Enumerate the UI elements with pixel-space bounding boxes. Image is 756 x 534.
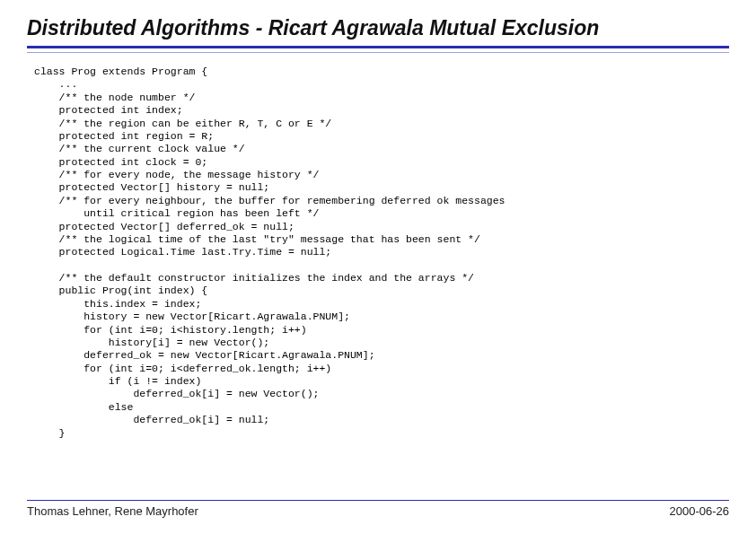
title-rule-thin	[27, 52, 729, 53]
slide-title: Distributed Algorithms - Ricart Agrawala…	[27, 16, 729, 46]
footer-rule	[27, 500, 729, 501]
footer-row: Thomas Lehner, Rene Mayrhofer 2000-06-26	[27, 504, 729, 518]
code-block: class Prog extends Program { ... /** the…	[27, 66, 729, 440]
footer-authors: Thomas Lehner, Rene Mayrhofer	[27, 504, 198, 518]
title-rule	[27, 46, 729, 48]
slide: Distributed Algorithms - Ricart Agrawala…	[0, 0, 756, 534]
footer: Thomas Lehner, Rene Mayrhofer 2000-06-26	[27, 500, 729, 518]
footer-date: 2000-06-26	[670, 504, 730, 518]
